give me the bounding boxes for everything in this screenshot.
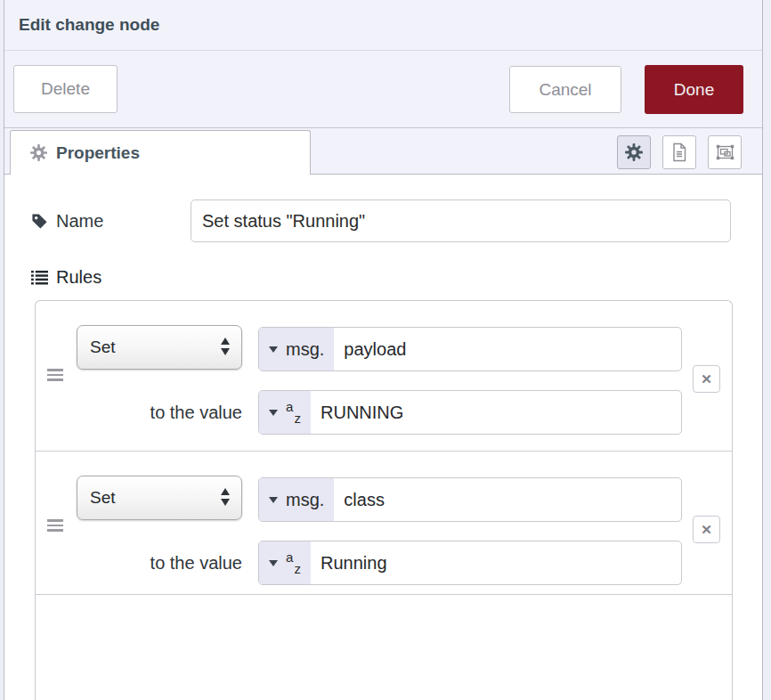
to-the-value-label: to the value [77,541,242,585]
dialog-header: Edit change node [4,0,762,51]
name-label: Name [31,199,103,242]
editor-tab-bar: Properties [4,128,762,175]
property-input[interactable]: class [334,478,681,521]
to-the-value-label: to the value [77,390,242,435]
cancel-button[interactable]: Cancel [509,66,621,113]
rules-label: Rules [31,267,101,288]
property-typed-input: msg. class [258,477,682,522]
drag-handle-icon[interactable] [47,369,63,381]
object-group-icon [715,142,735,162]
list-icon [31,269,48,286]
edit-dialog-tray: Edit change node Delete Cancel Done [4,0,763,700]
name-field-row: Name [4,199,762,242]
value-typed-input: az Running [258,541,682,585]
value-type-button[interactable]: az [259,391,311,434]
chevron-down-icon [269,497,278,503]
properties-tab-button[interactable] [617,135,651,169]
tab-properties[interactable]: Properties [10,130,311,175]
delete-button[interactable]: Delete [13,65,118,113]
string-type-icon: az [286,400,301,425]
rule-action-select[interactable]: Set [77,325,242,370]
value-typed-input: az RUNNING [258,390,682,435]
tag-icon [31,213,48,230]
remove-rule-button[interactable]: ✕ [693,365,720,393]
description-tab-button[interactable] [662,135,696,169]
document-icon [670,142,688,162]
close-icon: ✕ [701,522,712,538]
drag-handle-icon[interactable] [47,519,63,532]
chevron-down-icon [269,560,278,566]
gear-icon [625,143,643,161]
tab-properties-label: Properties [56,143,140,163]
rules-list: Set msg. payload ✕ to the value [35,300,733,700]
property-type-button[interactable]: msg. [259,328,334,370]
select-arrows-icon [221,338,230,355]
chevron-down-icon [269,346,278,353]
gear-icon [30,144,47,161]
properties-panel: Name Rules Set [4,175,762,700]
property-typed-input: msg. payload [258,327,682,371]
done-button[interactable]: Done [645,65,743,114]
chevron-down-icon [269,410,278,416]
property-type-button[interactable]: msg. [259,478,334,521]
close-icon: ✕ [701,371,712,387]
remove-rule-button[interactable]: ✕ [693,516,720,543]
property-input[interactable]: payload [334,328,681,370]
string-type-icon: az [286,550,301,575]
dialog-toolbar: Delete Cancel Done [4,51,762,128]
rule-row: Set msg. class ✕ to the value [36,452,732,595]
appearance-tab-button[interactable] [708,135,742,169]
rule-action-select[interactable]: Set [77,476,242,520]
value-input[interactable]: Running [311,541,681,584]
rule-row: Set msg. payload ✕ to the value [36,301,732,452]
value-type-button[interactable]: az [259,541,311,584]
dialog-title: Edit change node [19,15,159,35]
name-input[interactable] [191,199,731,242]
select-arrows-icon [221,488,230,506]
value-input[interactable]: RUNNING [311,391,681,434]
